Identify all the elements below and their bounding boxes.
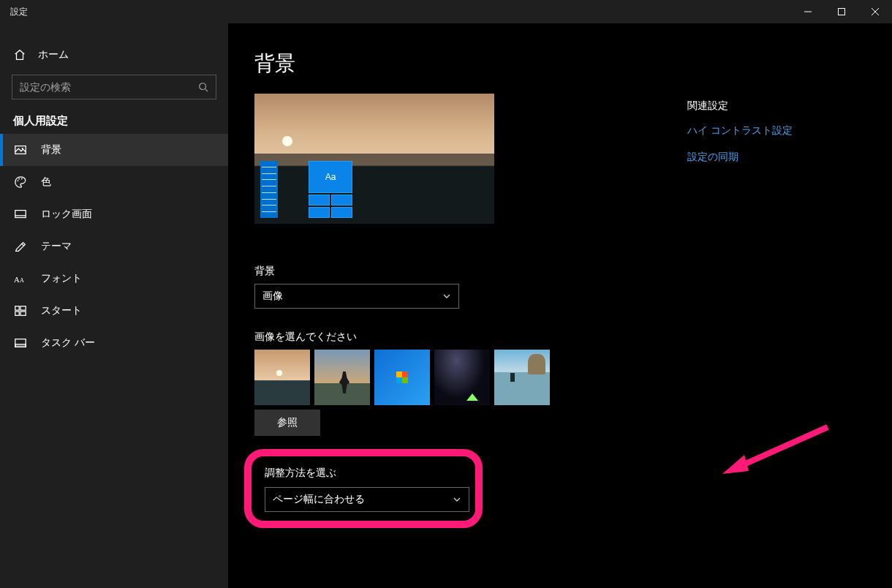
search-box[interactable] (12, 75, 216, 99)
related-link-high-contrast[interactable]: ハイ コントラスト設定 (687, 124, 848, 137)
sidebar-item-label: タスク バー (41, 336, 95, 350)
window-title: 設定 (10, 6, 28, 18)
chevron-down-icon (453, 495, 461, 504)
svg-text:A: A (20, 277, 24, 284)
taskbar-icon (13, 336, 28, 350)
svg-rect-18 (20, 312, 26, 315)
related-link-sync[interactable]: 設定の同期 (687, 151, 848, 164)
picture-icon (13, 143, 28, 157)
titlebar: 設定 (0, 0, 892, 23)
related-title: 関連設定 (687, 99, 848, 113)
home-label: ホーム (38, 48, 69, 61)
fit-label: 調整方法を選ぶ (265, 467, 462, 480)
thumbnail[interactable] (374, 350, 430, 405)
sidebar-item-label: フォント (41, 272, 82, 285)
start-icon (13, 304, 28, 318)
svg-rect-11 (15, 211, 26, 218)
theme-icon (13, 239, 28, 254)
svg-line-21 (736, 427, 828, 468)
sidebar-item-taskbar[interactable]: タスク バー (0, 327, 228, 359)
palette-icon (13, 175, 28, 189)
sidebar-item-lockscreen[interactable]: ロック画面 (0, 198, 228, 230)
font-icon: A A (13, 271, 28, 286)
search-icon (191, 82, 216, 92)
sidebar-item-label: 背景 (41, 143, 61, 157)
sidebar-item-background[interactable]: 背景 (0, 134, 228, 166)
minimize-button[interactable] (791, 0, 825, 23)
svg-point-9 (18, 178, 20, 180)
sidebar-item-label: テーマ (41, 240, 72, 253)
browse-button-label: 参照 (277, 416, 298, 429)
desktop-preview: Aa (254, 94, 494, 224)
related-settings: 関連設定 ハイ コントラスト設定 設定の同期 (687, 99, 848, 177)
svg-text:A: A (14, 275, 20, 284)
svg-point-8 (18, 180, 19, 181)
sidebar-item-themes[interactable]: テーマ (0, 230, 228, 263)
annotation-arrow (718, 423, 835, 481)
svg-point-10 (21, 178, 23, 180)
search-input[interactable] (12, 81, 191, 93)
svg-point-7 (22, 148, 23, 149)
browse-button[interactable]: 参照 (254, 410, 320, 436)
sidebar-category: 個人用設定 (0, 99, 228, 134)
thumbnail[interactable] (434, 350, 490, 405)
home-icon (13, 48, 26, 61)
svg-marker-22 (722, 455, 749, 474)
main-content: 背景 Aa 背景 画像 画像を選んでください (228, 23, 892, 588)
sidebar: ホーム 個人用設定 背景 (0, 23, 228, 588)
page-title: 背景 (254, 50, 708, 78)
svg-line-5 (205, 89, 208, 92)
fit-dropdown[interactable]: ページ幅に合わせる (265, 487, 469, 512)
svg-rect-15 (15, 306, 19, 310)
sidebar-item-fonts[interactable]: A A フォント (0, 263, 228, 295)
sidebar-item-colors[interactable]: 色 (0, 166, 228, 198)
svg-rect-20 (15, 344, 26, 347)
annotation-highlight: 調整方法を選ぶ ページ幅に合わせる (244, 449, 483, 528)
background-label: 背景 (254, 265, 708, 278)
sidebar-item-label: スタート (41, 304, 82, 317)
background-dropdown-value: 画像 (262, 290, 283, 303)
choose-image-label: 画像を選んでください (254, 331, 708, 344)
background-dropdown[interactable]: 画像 (254, 284, 459, 309)
maximize-button[interactable] (825, 0, 858, 23)
sidebar-item-start[interactable]: スタート (0, 295, 228, 327)
svg-rect-16 (20, 306, 26, 310)
svg-rect-17 (15, 312, 19, 315)
thumbnail[interactable] (314, 350, 370, 405)
svg-rect-1 (839, 9, 845, 15)
chevron-down-icon (442, 292, 451, 301)
thumbnail[interactable] (494, 350, 550, 405)
sidebar-item-label: ロック画面 (41, 208, 92, 221)
preview-sample-text: Aa (309, 161, 352, 193)
fit-dropdown-value: ページ幅に合わせる (273, 493, 365, 506)
image-thumbnails (254, 350, 708, 405)
sidebar-item-label: 色 (41, 176, 51, 189)
close-button[interactable] (858, 0, 892, 23)
home-link[interactable]: ホーム (0, 41, 228, 69)
svg-point-4 (200, 83, 206, 90)
thumbnail[interactable] (254, 350, 310, 405)
lockscreen-icon (13, 207, 28, 222)
